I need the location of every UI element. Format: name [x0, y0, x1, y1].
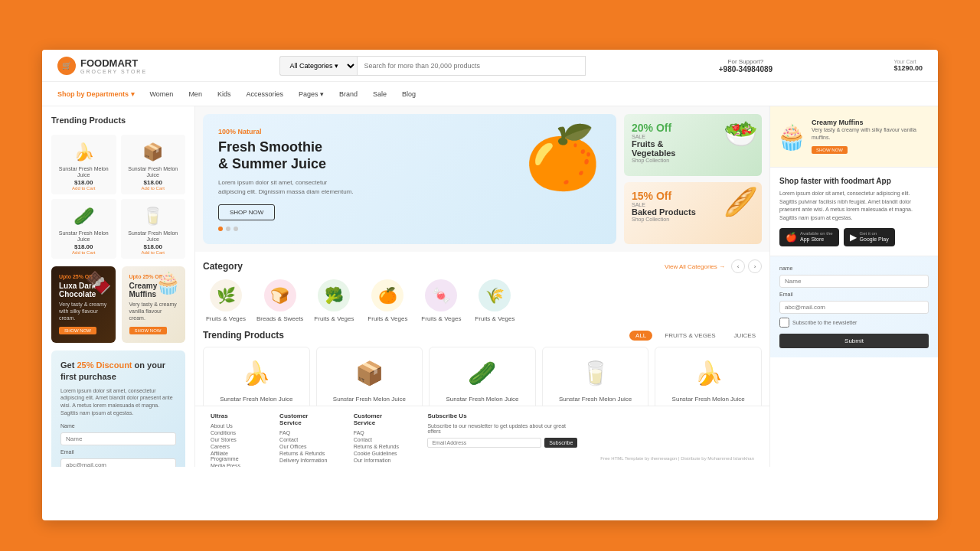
nav-kids[interactable]: Kids	[217, 90, 231, 98]
discount-email-input[interactable]	[60, 458, 176, 467]
footer-email-input[interactable]	[427, 438, 541, 448]
footer-faq-2[interactable]: FAQ	[354, 430, 405, 435]
category-nav-sidebar: Trending Products 🍌 Sunstar Fresh Melon …	[51, 116, 185, 259]
view-all-categories[interactable]: View All Categories →	[665, 263, 725, 270]
mini-add-2[interactable]: Add to Cart	[125, 186, 182, 191]
tab-juices[interactable]: JUICES	[728, 331, 762, 341]
mini-add-1[interactable]: Add to Cart	[55, 186, 113, 191]
promo-dark-img: 🍫	[85, 270, 112, 295]
hero-dot-1[interactable]	[218, 227, 223, 231]
discount-name-input[interactable]	[60, 432, 176, 445]
right-email-input[interactable]	[779, 301, 929, 314]
product-name-4: Sunstar Fresh Melon Juice	[549, 396, 642, 403]
nav-women[interactable]: Women	[150, 90, 174, 98]
product-img-2: 📦	[350, 354, 388, 392]
side-shop-1[interactable]: Shop Collection	[632, 158, 754, 163]
content-wrapper: Trending Products 🍌 Sunstar Fresh Melon …	[42, 106, 938, 467]
mini-product-3: 🥒 Sunstar Fresh Melon Juice $18.00 Add t…	[51, 199, 116, 259]
mini-product-4: 🥛 Sunstar Fresh Melon Juice $18.00 Add t…	[121, 199, 186, 259]
category-fruits-veges-4[interactable]: 🍬 Fruits & Veges	[418, 279, 464, 322]
hero-shop-btn[interactable]: SHOP NOW	[218, 204, 275, 220]
product-name-3: Sunstar Fresh Melon Juice	[436, 396, 529, 403]
footer-about[interactable]: About Us	[211, 423, 256, 429]
apple-icon: 🍎	[786, 232, 797, 243]
footer-returns-2[interactable]: Returns & Refunds	[354, 444, 405, 449]
right-name-field: name	[779, 266, 929, 288]
footer-affiliate[interactable]: Affiliate Programme	[211, 451, 256, 461]
mini-add-4[interactable]: Add to Cart	[125, 250, 182, 255]
right-sidebar: 🧁 Creamy Muffins Very tasty & creamy wit…	[769, 106, 938, 467]
tab-fruits-veges[interactable]: FRUITS & VEGES	[658, 331, 721, 341]
footer-contact-2[interactable]: Contact	[354, 437, 405, 442]
google-play-text: Get it on Google Play	[860, 231, 889, 243]
nav-brand[interactable]: Brand	[339, 90, 358, 98]
category-fruits-veges-3[interactable]: 🍊 Fruits & Veges	[364, 279, 410, 322]
nav-blog[interactable]: Blog	[402, 90, 416, 98]
promo-cream-btn[interactable]: SHOW NOW	[129, 327, 167, 334]
mini-name-4: Sunstar Fresh Melon Juice	[125, 230, 182, 243]
tab-all[interactable]: ALL	[629, 331, 652, 341]
promo-dark-btn[interactable]: SHOW NOW	[59, 327, 96, 334]
footer-contact-1[interactable]: Contact	[279, 437, 331, 442]
search-input[interactable]	[357, 56, 586, 76]
footer-cookies[interactable]: Cookie Guidelines	[354, 451, 405, 456]
discount-name-field: Name	[60, 423, 176, 445]
hero-desc: Lorem ipsum dolor sit amet, consectetur …	[218, 178, 356, 197]
nav-pages[interactable]: Pages ▾	[299, 90, 324, 98]
product-card-3: 🥒 Sunstar Fresh Melon Juice ★ 4.5 $20.00…	[429, 347, 536, 406]
right-form-section: name Email Subscribe to the newsletter S…	[770, 256, 938, 357]
mini-price-1: $18.00	[55, 179, 113, 186]
hero-dot-2[interactable]	[226, 227, 230, 231]
category-fruits-veges-2[interactable]: 🥦 Fruits & Veges	[311, 279, 357, 322]
footer-offices[interactable]: Our Offices	[279, 444, 331, 449]
nav-accessories[interactable]: Accessories	[246, 90, 283, 98]
footer-subscribe-desc: Subscribe to our newsletter to get updat…	[427, 423, 577, 434]
right-submit-btn[interactable]: Submit	[779, 334, 929, 348]
categories-grid: 🌿 Fruits & Veges 🍞 Breads & Sweets 🥦 Fru…	[203, 279, 762, 322]
right-promo-btn[interactable]: SHOW NOW	[812, 146, 848, 154]
mini-price-3: $18.00	[55, 243, 113, 250]
category-breads-sweets[interactable]: 🍞 Breads & Sweets	[256, 279, 303, 322]
mini-name-1: Sunstar Fresh Melon Juice	[55, 166, 113, 179]
nav-bar: Shop by Departments ▾ Women Men Kids Acc…	[42, 82, 938, 106]
promo-dark-desc: Very tasty & creamy with silky flavour c…	[59, 301, 108, 321]
app-buttons: 🍎 Available on the App Store ▶ Get it on…	[779, 228, 929, 246]
mini-img-3: 🥒	[68, 203, 99, 230]
footer-subscribe-title: Subscribe Us	[427, 412, 577, 419]
right-checkbox[interactable]	[779, 318, 789, 328]
footer-delivery[interactable]: Delivery Information	[279, 458, 331, 463]
footer-media[interactable]: Media Press	[211, 463, 256, 467]
categories-prev-arrow[interactable]: ‹	[731, 259, 745, 273]
promo-cream-muffins: Upto 25% Off Creamy Muffins Very tasty &…	[122, 266, 186, 343]
footer-faq-1[interactable]: FAQ	[279, 430, 331, 435]
hero-dot-3[interactable]	[234, 227, 238, 231]
footer-our-stores[interactable]: Our Stores	[211, 437, 256, 442]
google-play-btn[interactable]: ▶ Get it on Google Play	[844, 228, 895, 246]
mini-add-3[interactable]: Add to Cart	[55, 250, 113, 255]
right-name-input[interactable]	[779, 275, 929, 288]
nav-sale[interactable]: Sale	[373, 90, 387, 98]
hero-side-baked: 15% Off SALE Baked Products Shop Collect…	[624, 182, 762, 244]
nav-shop-departments[interactable]: Shop by Departments ▾	[57, 90, 135, 98]
mini-img-1: 🍌	[68, 139, 99, 166]
hero-product-img: 🍊	[524, 122, 601, 194]
support-info: For Support? +980-34984089	[719, 58, 773, 73]
cat-name-2: Breads & Sweets	[256, 315, 303, 322]
categories-section: Category View All Categories → ‹ › 🌿 Fru…	[195, 252, 769, 330]
mini-product-1: 🍌 Sunstar Fresh Melon Juice $18.00 Add t…	[51, 135, 116, 194]
app-store-btn[interactable]: 🍎 Available on the App Store	[779, 228, 839, 246]
footer-conditions[interactable]: Conditions	[211, 430, 256, 435]
right-checkbox-text: Subscribe to the newsletter	[792, 320, 857, 325]
categories-next-arrow[interactable]: ›	[748, 259, 762, 273]
right-promo-title: Creamy Muffins	[812, 119, 932, 126]
nav-men[interactable]: Men	[188, 90, 202, 98]
category-fruits-veges-1[interactable]: 🌿 Fruits & Veges	[203, 279, 249, 322]
product-img-3: 🥒	[463, 354, 501, 392]
category-fruits-veges-5[interactable]: 🌾 Fruits & Veges	[472, 279, 518, 322]
footer-careers[interactable]: Careers	[211, 444, 256, 449]
category-select[interactable]: All Categories ▾	[279, 56, 357, 76]
mini-price-4: $18.00	[125, 243, 182, 250]
footer-our-info[interactable]: Our Information	[354, 458, 405, 463]
footer-returns-1[interactable]: Returns & Refunds	[279, 451, 331, 456]
footer-subscribe-btn[interactable]: Subscribe	[544, 438, 577, 448]
